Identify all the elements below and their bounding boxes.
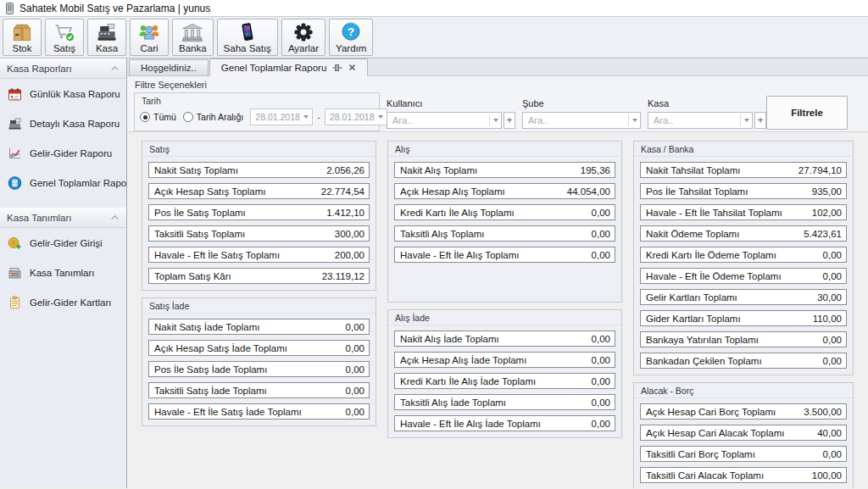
row-label: Taksitli Cari Alacak Toplamı <box>646 470 764 481</box>
tab-genel-toplamlar-raporu[interactable]: Genel Toplamlar Raporu <box>209 58 368 76</box>
row-value: 0,00 <box>341 364 364 375</box>
row-value: 3.500,00 <box>798 407 842 417</box>
row-label: Toplam Satış Kârı <box>154 271 231 281</box>
report-row: Açık Hesap Cari Alacak Toplamı40,00 <box>640 425 847 441</box>
filter-options: Filtre Seçenekleri Tarih Tümü Tarih Aral… <box>127 76 868 132</box>
row-label: Açık Hesap Cari Alacak Toplamı <box>646 428 784 438</box>
add-icon[interactable] <box>754 112 766 129</box>
report-row: Gelir Kartları Toplamı30,00 <box>640 289 847 305</box>
row-label: Havale - Eft İle Satış Toplamı <box>154 250 280 260</box>
toolbar-button-kasa[interactable]: Kasa <box>87 19 126 56</box>
filter-button[interactable]: Filtrele <box>766 96 848 130</box>
panel-title: Alış İade <box>388 310 621 325</box>
sidebar-item-gelir-gider-kartlari[interactable]: Gelir-Gider Kartları <box>0 287 126 317</box>
row-value: 110,00 <box>808 314 842 324</box>
row-label: Bankaya Yatırılan Toplamı <box>646 335 759 345</box>
row-label: Açık Hesap Satış Toplamı <box>154 186 265 197</box>
row-label: Kredi Kartı İle Alış İade Toplamı <box>400 376 536 386</box>
add-icon[interactable] <box>504 112 515 129</box>
sidebar-item-genel-toplamlar-raporu[interactable]: Genel Toplamlar Raporu <box>0 168 126 197</box>
sidebar-item-kasa-tanimlari[interactable]: Kasa Tanımları <box>0 258 126 287</box>
toolbar-button-satis[interactable]: Satış <box>45 19 84 56</box>
app-icon <box>5 3 14 14</box>
report-row: Açık Hesap Cari Borç Toplamı3.500,00 <box>640 403 847 420</box>
calendar-icon <box>8 87 22 101</box>
panel-alis-iade: Alış İade Nakit Alış İade Toplamı0,00Açı… <box>387 309 622 438</box>
help-icon: ? <box>339 21 363 43</box>
tab-hosgeldiniz[interactable]: Hoşgeldiniz.. <box>129 59 209 75</box>
sidebar-item-gunluk-kasa-raporu[interactable]: Günlük Kasa Raporu <box>0 79 126 108</box>
branch-search-input[interactable]: Ara.. <box>522 112 641 129</box>
toolbar-button-banka[interactable]: Banka <box>172 19 214 56</box>
dropdown-icon[interactable] <box>744 119 749 122</box>
calculator-icon <box>8 176 22 190</box>
row-label: Havale - Eft İle Ödeme Toplamı <box>646 271 782 281</box>
chart-icon <box>8 147 22 160</box>
row-label: Bankadan Çekilen Toplamı <box>646 356 762 366</box>
sidebar-section-kasa-raporlari[interactable]: Kasa Raporları <box>0 58 126 79</box>
branch-filter-group: Şube Ara.. <box>522 98 641 129</box>
row-label: Gider Kartları Toplamı <box>646 314 741 324</box>
toolbar-button-saha-satis[interactable]: Saha Satış <box>217 19 278 56</box>
row-value: 1.412,10 <box>321 208 364 218</box>
row-label: Pos İle Satış Toplamı <box>154 208 246 218</box>
date-from-input[interactable]: 28.01.2018 <box>250 108 313 125</box>
row-label: Nakit Tahsilat Toplamı <box>646 165 740 175</box>
row-value: 300,00 <box>330 229 364 239</box>
row-value: 30,00 <box>812 292 842 303</box>
toolbar-button-ayarlar[interactable]: Ayarlar <box>281 19 326 56</box>
date-group-title: Tarih <box>135 93 379 108</box>
toolbar-button-stok[interactable]: Stok <box>3 19 42 56</box>
report-row: Havale - Eft İle Tahsilat Toplamı102,00 <box>640 204 847 220</box>
toolbar-button-yardim[interactable]: ? Yardım <box>329 19 373 56</box>
row-label: Nakit Alış İade Toplamı <box>400 334 499 344</box>
report-row: Açık Hesap Satış Toplamı22.774,54 <box>148 183 370 199</box>
report-row: Nakit Alış İade Toplamı0,00 <box>394 331 615 347</box>
toolbar-button-cari[interactable]: Cari <box>130 19 169 56</box>
row-label: Açık Hesap Cari Borç Toplamı <box>646 407 776 417</box>
report-row: Havale - Eft İle Ödeme Toplamı0,00 <box>640 268 847 284</box>
chevron-up-icon <box>111 66 118 73</box>
panel-title: Satış <box>142 142 376 157</box>
gear-icon <box>292 21 315 43</box>
dropdown-icon[interactable] <box>493 119 498 122</box>
row-value: 0,00 <box>818 449 842 459</box>
sidebar-item-gelir-gider-raporu[interactable]: Gelir-Gider Raporu <box>0 138 126 168</box>
row-value: 0,00 <box>587 419 610 429</box>
panel-title: Alacak - Borç <box>634 383 853 398</box>
panel-title: Satış İade <box>142 298 376 314</box>
date-filter-group: Tarih Tümü Tarih Aralığı 28.01.2018 - 28… <box>134 92 380 131</box>
report-row: Kredi Kartı İle Ödeme Toplamı0,00 <box>640 247 847 263</box>
sidebar-item-gelir-gider-girisi[interactable]: Gelir-Gider Girişi <box>0 228 126 258</box>
pin-icon[interactable] <box>332 64 342 72</box>
row-value: 27.794,10 <box>793 165 842 175</box>
box-icon <box>10 21 34 43</box>
row-value: 0,00 <box>587 208 610 218</box>
radio-tumu[interactable] <box>140 112 150 122</box>
report-row: Nakit Satış İade Toplamı0,00 <box>148 319 370 335</box>
cart-check-icon <box>53 21 76 43</box>
dropdown-icon[interactable] <box>632 119 637 122</box>
radio-tarih-araligi[interactable] <box>183 112 193 122</box>
date-to-input[interactable]: 28.01.2018 <box>325 108 387 125</box>
user-search-input[interactable]: Ara.. <box>387 112 502 129</box>
panel-title: Kasa / Banka <box>634 142 853 157</box>
row-value: 102,00 <box>807 208 842 218</box>
report-row: Taksitli Cari Alacak Toplamı100,00 <box>640 467 847 483</box>
cash-search-input[interactable]: Ara.. <box>648 112 753 129</box>
row-value: 0,00 <box>341 407 364 417</box>
row-value: 40,00 <box>812 428 842 438</box>
row-label: Gelir Kartları Toplamı <box>646 292 737 303</box>
report-row: Nakit Alış Toplamı195,36 <box>394 162 615 178</box>
close-icon[interactable] <box>348 64 356 71</box>
row-label: Havale - Eft İle Alış İade Toplamı <box>400 419 541 429</box>
row-value: 200,00 <box>330 250 364 260</box>
sidebar-section-kasa-tanimlari[interactable]: Kasa Tanımları <box>0 208 126 228</box>
row-label: Taksitli Satış İade Toplamı <box>154 386 267 396</box>
report-row: Havale - Eft İle Satış Toplamı200,00 <box>148 247 370 263</box>
row-value: 0,00 <box>818 271 842 281</box>
report-row: Taksitli Cari Borç Toplamı0,00 <box>640 446 847 462</box>
sidebar-item-detayli-kasa-raporu[interactable]: Detaylı Kasa Raporu <box>0 108 126 138</box>
row-value: 0,00 <box>341 386 364 396</box>
report-row: Taksitli Alış İade Toplamı0,00 <box>394 394 615 410</box>
